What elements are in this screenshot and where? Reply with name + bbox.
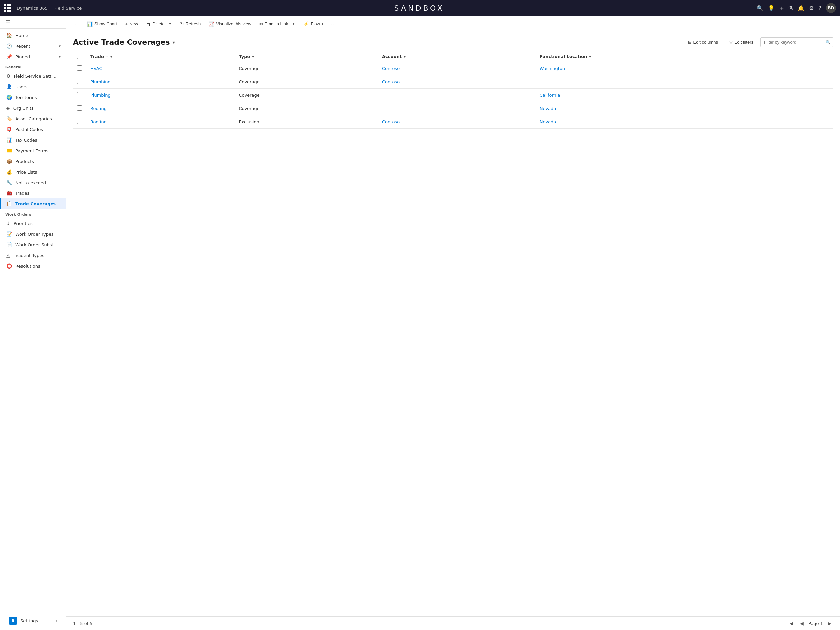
sidebar-item-org-units[interactable]: ◈ Org Units [0, 103, 66, 113]
sidebar-item-products[interactable]: 📦 Products [0, 156, 66, 166]
trades-icon: 🧰 [6, 190, 12, 196]
sidebar-item-home[interactable]: 🏠 Home [0, 30, 66, 41]
sandbox-title: SANDBOX [87, 4, 751, 12]
table-row: HVAC Coverage Contoso Washington [73, 62, 833, 76]
gear-icon: ⚙️ [6, 73, 11, 79]
trade-link[interactable]: Roofing [90, 106, 107, 111]
sidebar-item-settings[interactable]: S Settings ◁ [4, 614, 62, 627]
back-button[interactable]: ← [72, 20, 82, 28]
new-button[interactable]: + New [122, 19, 141, 28]
search-input[interactable] [760, 37, 833, 47]
delete-button[interactable]: 🗑 Delete [142, 19, 168, 28]
sidebar-item-postal-codes[interactable]: 📮 Postal Codes [0, 124, 66, 135]
sidebar-item-territories[interactable]: 🌍 Territories [0, 92, 66, 103]
type-cell: Coverage [235, 76, 378, 89]
row-checkbox[interactable] [77, 119, 82, 124]
settings-icon[interactable]: ⚙️ [809, 5, 814, 11]
row-checkbox-cell[interactable] [73, 116, 87, 129]
row-checkbox-cell[interactable] [73, 76, 87, 89]
row-checkbox[interactable] [77, 79, 82, 84]
functional-location-cell: Nevada [535, 102, 833, 116]
trade-link[interactable]: Plumbing [90, 93, 111, 98]
show-chart-button[interactable]: 📊 Show Chart [84, 19, 120, 28]
functional-location-link[interactable]: Washington [540, 66, 565, 71]
row-checkbox[interactable] [77, 105, 82, 111]
functional-location-link[interactable]: California [540, 93, 560, 98]
account-link[interactable]: Contoso [382, 79, 400, 84]
user-avatar[interactable]: BD [826, 3, 836, 13]
sidebar-item-pinned-label: Pinned [15, 54, 30, 59]
bell-icon[interactable]: 🔔 [798, 5, 804, 11]
select-all-checkbox[interactable] [77, 54, 82, 59]
functional-location-link[interactable]: Nevada [540, 119, 556, 124]
sidebar-item-tax-codes[interactable]: 📊 Tax Codes [0, 135, 66, 145]
sidebar-item-postal-codes-label: Postal Codes [15, 127, 43, 132]
edit-filters-button[interactable]: ▽ Edit filters [725, 37, 758, 47]
sidebar-item-resolutions[interactable]: ⭕ Resolutions [0, 261, 66, 271]
sidebar-item-work-order-subst[interactable]: 📄 Work Order Subst... [0, 239, 66, 250]
trade-link[interactable]: Plumbing [90, 79, 111, 84]
sidebar-item-work-order-types[interactable]: 📝 Work Order Types [0, 229, 66, 239]
email-link-button[interactable]: ✉ Email a Link [256, 19, 292, 28]
type-cell: Coverage [235, 89, 378, 102]
waffle-menu[interactable] [4, 4, 11, 12]
sidebar-hamburger[interactable]: ☰ [4, 17, 12, 27]
select-all-header[interactable] [73, 51, 87, 62]
sidebar-item-resolutions-label: Resolutions [15, 264, 40, 269]
first-page-button[interactable]: |◀ [786, 619, 796, 627]
account-link[interactable]: Contoso [382, 66, 400, 71]
sidebar-item-field-service-label: Field Service Setti... [14, 74, 57, 79]
lightbulb-icon[interactable]: 💡 [768, 5, 775, 11]
add-icon[interactable]: + [779, 5, 783, 11]
functional-location-column-header[interactable]: Functional Location ▾ [535, 51, 833, 62]
topnav-actions: 🔍 💡 + ⚗ 🔔 ⚙️ ? BD [756, 3, 836, 13]
next-page-button[interactable]: ▶ [826, 619, 833, 627]
sidebar-item-not-to-exceed[interactable]: 🔧 Not-to-exceed [0, 177, 66, 188]
flow-label: Flow [311, 21, 320, 26]
account-column-header[interactable]: Account ▾ [378, 51, 535, 62]
sidebar-item-price-lists[interactable]: 💰 Price Lists [0, 166, 66, 177]
row-checkbox[interactable] [77, 92, 82, 97]
sidebar-item-users[interactable]: 👤 Users [0, 81, 66, 92]
trade-cell: Roofing [87, 102, 235, 116]
help-icon[interactable]: ? [819, 5, 822, 11]
sidebar-item-trade-coverages[interactable]: 📋 Trade Coverages [0, 198, 66, 209]
prev-page-button[interactable]: ◀ [798, 619, 806, 627]
sidebar-item-price-lists-label: Price Lists [15, 169, 37, 174]
flow-button[interactable]: ⚡ Flow ▾ [300, 19, 326, 28]
view-title-chevron-icon[interactable]: ▾ [173, 40, 175, 45]
sidebar-item-payment-terms[interactable]: 💳 Payment Terms [0, 145, 66, 156]
functional-location-link[interactable]: Nevada [540, 106, 556, 111]
more-button[interactable]: ⋯ [328, 19, 339, 29]
trade-column-header[interactable]: Trade ↑ ▾ [87, 51, 235, 62]
sidebar-item-trades[interactable]: 🧰 Trades [0, 188, 66, 198]
row-checkbox[interactable] [77, 65, 82, 71]
delete-chevron-icon[interactable]: ▾ [169, 22, 171, 25]
sidebar-item-asset-categories[interactable]: 🏷️ Asset Categories [0, 113, 66, 124]
sidebar-item-incident-types[interactable]: △ Incident Types [0, 250, 66, 261]
sidebar-item-priorities[interactable]: ↓ Priorities [0, 218, 66, 229]
sidebar-item-trades-label: Trades [15, 191, 29, 196]
sidebar-item-pinned[interactable]: 📌 Pinned ▾ [0, 51, 66, 62]
search-icon[interactable]: 🔍 [756, 5, 763, 11]
email-label: Email a Link [265, 21, 289, 26]
row-checkbox-cell[interactable] [73, 102, 87, 116]
email-chevron-icon[interactable]: ▾ [293, 22, 294, 25]
trade-link[interactable]: HVAC [90, 66, 103, 71]
module-name[interactable]: Field Service [51, 6, 82, 11]
sidebar-item-recent[interactable]: 🕐 Recent ▾ [0, 41, 66, 51]
visualize-button[interactable]: 📈 Visualize this view [205, 19, 254, 28]
row-checkbox-cell[interactable] [73, 89, 87, 102]
app-name[interactable]: Dynamics 365 [17, 6, 47, 11]
account-link[interactable]: Contoso [382, 119, 400, 124]
sidebar-item-priorities-label: Priorities [14, 221, 33, 226]
refresh-button[interactable]: ↻ Refresh [177, 19, 204, 28]
type-column-header[interactable]: Type ▾ [235, 51, 378, 62]
delete-label: Delete [152, 21, 165, 26]
pagination: |◀ ◀ Page 1 ▶ [786, 619, 833, 627]
row-checkbox-cell[interactable] [73, 62, 87, 76]
trade-link[interactable]: Roofing [90, 119, 107, 124]
filter-icon[interactable]: ⚗ [788, 5, 793, 11]
edit-columns-button[interactable]: ⊞ Edit columns [684, 37, 722, 47]
sidebar-item-field-service-settings[interactable]: ⚙️ Field Service Setti... [0, 71, 66, 81]
